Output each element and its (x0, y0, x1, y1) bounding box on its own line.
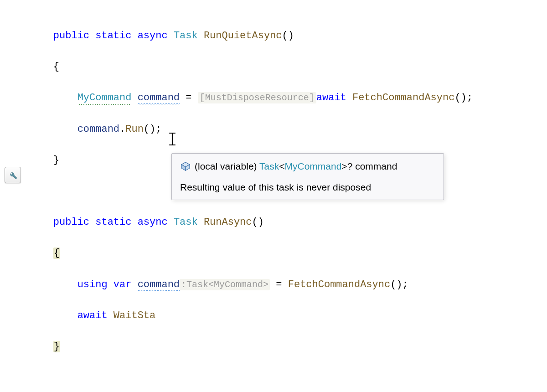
tooltip-type-arg: MyCommand (284, 161, 341, 171)
method-name: RunAsync (204, 217, 252, 228)
method-call: FetchCommandAsync (352, 92, 454, 103)
keyword-var: var (114, 279, 132, 290)
inlay-hint-mustdispose: [MustDisposeResource] (198, 92, 316, 103)
keyword-public: public (53, 30, 89, 41)
brace-highlight: } (53, 341, 60, 352)
type-mycommand: MyCommand (77, 92, 132, 105)
keyword-using: using (77, 279, 108, 290)
tooltip-type-task: Task (259, 161, 279, 171)
keyword-await: await (316, 92, 346, 103)
tooltip-kind-label: (local variable) (195, 161, 257, 171)
keyword-static: static (95, 30, 131, 41)
method-partial: WaitSta (114, 310, 155, 321)
wrench-icon (7, 170, 18, 180)
brace-highlight: { (53, 248, 60, 259)
variable-command-focus[interactable]: command (138, 279, 180, 291)
method-run: Run (125, 124, 144, 135)
cube-icon (180, 162, 191, 171)
type-task: Task (174, 30, 198, 41)
code-editor[interactable]: public static async Task RunQuietAsync()… (29, 13, 473, 392)
tooltip-warning-text: Resulting value of this task is never di… (180, 180, 435, 195)
hover-tooltip: (local variable) Task<MyCommand>? comman… (171, 153, 444, 200)
method-name: RunQuietAsync (204, 30, 282, 41)
variable-command: command (138, 92, 180, 104)
quick-fix-button[interactable] (5, 167, 21, 183)
tooltip-var-name: ? command (347, 161, 397, 171)
inlay-hint-type: :Task<MyCommand> (180, 279, 270, 290)
keyword-async: async (138, 30, 168, 41)
variable-ref: command (77, 124, 119, 135)
